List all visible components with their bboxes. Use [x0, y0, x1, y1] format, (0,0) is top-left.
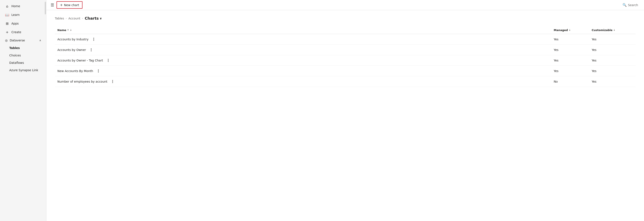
row-name-cell: Accounts by Owner - Tag Chart⋮ — [55, 55, 551, 66]
charts-table: Name ↑ ↓ Managed ↓ Customizable — [55, 27, 636, 87]
row-name-cell: New Accounts By Month⋮ — [55, 66, 551, 76]
breadcrumb-account-link[interactable]: Account — [68, 17, 80, 20]
sidebar-item-learn[interactable]: 📖 Learn — [1, 11, 45, 19]
table-header-row: Name ↑ ↓ Managed ↓ Customizable — [55, 27, 636, 34]
col-managed-sort-icon[interactable]: ↓ — [569, 29, 570, 32]
breadcrumb: Tables › Account › Charts ∨ — [55, 16, 636, 21]
col-name-sort-desc-icon[interactable]: ↓ — [70, 29, 72, 32]
row-name: Accounts by Owner - Tag Chart — [58, 59, 103, 62]
sidebar-create-label: Create — [12, 31, 21, 34]
sidebar-sub-item-dataflows[interactable]: Dataflows — [6, 59, 45, 66]
dataverse-chevron-icon: ∧ — [39, 39, 41, 42]
content-area: Tables › Account › Charts ∨ Name ↑ ↓ — [46, 10, 644, 221]
sidebar-learn-label: Learn — [12, 13, 20, 17]
search-button[interactable]: 🔍 Search — [620, 2, 640, 8]
breadcrumb-sep-1: › — [66, 17, 67, 20]
row-name: New Accounts By Month — [58, 69, 93, 73]
sidebar-item-create[interactable]: + Create — [1, 28, 45, 36]
table-row: Number of employees by account⋮NoYes — [55, 76, 636, 87]
sidebar-sub-tables-label: Tables — [9, 46, 20, 50]
row-actions-button[interactable]: ⋮ — [90, 37, 98, 42]
sidebar-home-label: Home — [12, 5, 20, 8]
table-row: Accounts by Owner⋮YesYes — [55, 45, 636, 55]
breadcrumb-current: Charts ∨ — [85, 16, 102, 21]
row-name-cell: Accounts by Industry⋮ — [55, 34, 551, 45]
table-row: Accounts by Owner - Tag Chart⋮YesYes — [55, 55, 636, 66]
breadcrumb-dropdown-icon[interactable]: ∨ — [100, 17, 102, 20]
toolbar-right: 🔍 Search — [620, 2, 640, 8]
row-actions-button[interactable]: ⋮ — [88, 47, 95, 52]
search-label: Search — [628, 4, 638, 7]
row-customizable-cell: Yes — [589, 76, 636, 87]
table-row: Accounts by Industry⋮YesYes — [55, 34, 636, 45]
main-wrapper: ☰ + New chart 🔍 Search Tables › Account … — [46, 0, 644, 221]
create-icon: + — [5, 30, 9, 34]
sidebar-apps-label: Apps — [12, 22, 19, 25]
sidebar-sub-dataflows-label: Dataflows — [9, 61, 24, 64]
col-header-managed: Managed ↓ — [551, 27, 589, 34]
row-managed-cell: Yes — [551, 34, 589, 45]
new-chart-plus-icon: + — [60, 3, 63, 7]
row-actions-button[interactable]: ⋮ — [105, 58, 112, 63]
toolbar-left: ☰ + New chart — [50, 1, 82, 9]
sidebar-sub-azure-label: Azure Synapse Link — [9, 69, 38, 72]
row-name-cell: Number of employees by account⋮ — [55, 76, 551, 87]
learn-icon: 📖 — [5, 13, 9, 17]
table-row: New Accounts By Month⋮YesYes — [55, 66, 636, 76]
sidebar-sub-item-choices[interactable]: Choices — [6, 52, 45, 59]
col-name-label: Name — [58, 29, 66, 32]
sidebar-item-home[interactable]: ⌂ Home — [1, 2, 45, 10]
row-managed-cell: Yes — [551, 66, 589, 76]
row-customizable-cell: Yes — [589, 34, 636, 45]
sidebar-sub-item-tables[interactable]: Tables — [6, 44, 45, 52]
sidebar-dataverse-label: Dataverse — [10, 39, 25, 42]
sidebar-item-apps[interactable]: ⊞ Apps — [1, 19, 45, 28]
dataverse-icon: ◎ — [5, 39, 8, 42]
row-managed-cell: No — [551, 76, 589, 87]
breadcrumb-tables-link[interactable]: Tables — [55, 17, 64, 20]
row-actions-button[interactable]: ⋮ — [95, 68, 102, 74]
hamburger-menu-icon[interactable]: ☰ — [50, 2, 55, 8]
col-customizable-label: Customizable — [592, 29, 612, 32]
col-header-customizable: Customizable ↓ — [589, 27, 636, 34]
table-body: Accounts by Industry⋮YesYesAccounts by O… — [55, 34, 636, 87]
col-header-name: Name ↑ ↓ — [55, 27, 551, 34]
search-icon: 🔍 — [622, 3, 627, 7]
toolbar: ☰ + New chart 🔍 Search — [46, 0, 644, 10]
row-name-cell: Accounts by Owner⋮ — [55, 45, 551, 55]
new-chart-button[interactable]: + New chart — [56, 1, 82, 9]
col-managed-label: Managed — [554, 29, 568, 32]
row-customizable-cell: Yes — [589, 55, 636, 66]
row-customizable-cell: Yes — [589, 45, 636, 55]
sidebar-sub-choices-label: Choices — [9, 54, 21, 57]
row-managed-cell: Yes — [551, 45, 589, 55]
breadcrumb-sep-2: › — [82, 17, 83, 20]
row-name: Accounts by Industry — [58, 38, 88, 41]
col-customizable-sort-icon[interactable]: ↓ — [614, 29, 615, 32]
row-customizable-cell: Yes — [589, 66, 636, 76]
row-name: Accounts by Owner — [58, 48, 86, 52]
row-name: Number of employees by account — [58, 80, 107, 83]
row-managed-cell: Yes — [551, 55, 589, 66]
sidebar: ⌂ Home 📖 Learn ⊞ Apps + Create ◎ Dataver… — [0, 0, 46, 221]
dataverse-sub-nav: Tables Choices Dataflows Azure Synapse L… — [0, 44, 46, 74]
sidebar-sub-item-azure[interactable]: Azure Synapse Link — [6, 67, 45, 74]
sidebar-item-dataverse[interactable]: ◎ Dataverse ∧ — [1, 37, 45, 44]
breadcrumb-charts-label: Charts — [85, 16, 99, 21]
row-actions-button[interactable]: ⋮ — [109, 79, 116, 84]
new-chart-label: New chart — [64, 4, 79, 7]
home-icon: ⌂ — [5, 4, 9, 8]
apps-icon: ⊞ — [5, 21, 9, 26]
col-name-sort-asc-icon[interactable]: ↑ — [67, 29, 69, 32]
